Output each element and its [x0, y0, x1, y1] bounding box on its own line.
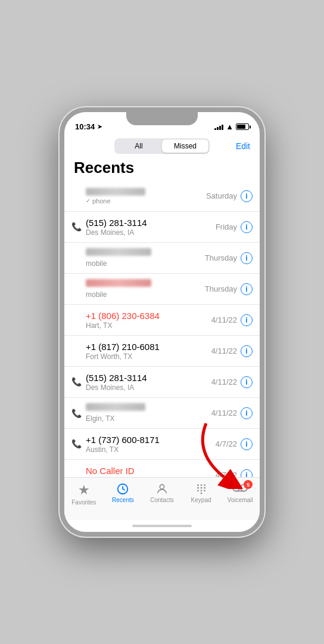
call-list: ✓ phone Saturday i 📞 (515) 281-3114 De	[64, 181, 260, 477]
keypad-icon	[195, 482, 208, 496]
call-name: (515) 281-3114	[86, 372, 147, 384]
table-row[interactable]: 📞 (515) 281-3114 Des Moines, IA Friday i	[64, 212, 260, 243]
call-sublabel: Hart, TX	[86, 321, 160, 330]
table-row[interactable]: +1 (806) 230-6384 Hart, TX 4/11/22 i	[64, 305, 260, 336]
svg-point-10	[204, 487, 205, 489]
status-time: 10:34	[75, 122, 95, 131]
svg-point-15	[233, 484, 239, 491]
call-date: Saturday	[206, 191, 237, 200]
info-button[interactable]: i	[241, 252, 253, 264]
battery-icon	[236, 123, 249, 130]
checkmark-icon: ✓	[86, 197, 91, 204]
call-name: +1 (737) 600-8171	[86, 434, 160, 446]
page-title: Recents	[74, 159, 250, 177]
call-sublabel: mobile	[86, 290, 107, 299]
table-row[interactable]: 📞 (515) 281-3114 Des Moines, IA 4/11/22 …	[64, 367, 260, 398]
phone-icon: 📞	[71, 408, 81, 418]
call-date: Thursday	[205, 253, 237, 262]
segment-control: All Missed	[114, 138, 210, 154]
call-sublabel: Elgin, TX	[86, 414, 114, 423]
call-sublabel: Des Moines, IA	[86, 383, 147, 392]
info-button[interactable]: i	[241, 314, 253, 326]
call-date: Thursday	[205, 284, 237, 293]
info-button[interactable]: i	[241, 376, 253, 388]
call-sublabel: Des Moines, IA	[86, 228, 147, 237]
screen: All Missed Edit Recents ✓ phone	[64, 134, 260, 520]
tab-keypad[interactable]: Keypad	[182, 482, 221, 503]
svg-point-8	[197, 487, 199, 489]
info-button[interactable]: i	[241, 469, 253, 478]
table-row[interactable]: 📞 +1 (737) 600-8171 Austin, TX 4/7/22 i	[64, 429, 260, 460]
home-indicator	[64, 520, 260, 532]
info-button[interactable]: i	[241, 283, 253, 295]
tab-label-contacts: Contacts	[150, 497, 173, 503]
call-name: +1 (806) 230-6384	[86, 310, 160, 322]
table-row[interactable]: mobile Thursday i	[64, 243, 260, 274]
tab-bar: ★ Favorites Recents Contacts	[64, 477, 260, 520]
call-date: Friday	[216, 222, 237, 231]
wifi-icon: ▲	[226, 122, 233, 131]
call-sublabel: Fort Worth, TX	[86, 352, 160, 361]
phone-frame: 10:34 ➤ ▲ All Missed Edit	[60, 107, 264, 537]
svg-point-11	[197, 490, 199, 491]
call-date: 4/11/22	[211, 346, 237, 355]
call-name: +1 (817) 210-6081	[86, 341, 160, 353]
call-date: 4/11/22	[211, 315, 237, 324]
call-sublabel: ✓ phone	[86, 197, 206, 205]
svg-point-14	[200, 493, 202, 494]
svg-point-9	[200, 487, 202, 489]
tab-voicemail[interactable]: 5 Voicemail	[220, 482, 260, 503]
table-row[interactable]: mobile Thursday i	[64, 274, 260, 305]
tab-label-recents: Recents	[112, 497, 134, 503]
tab-label-favorites: Favorites	[71, 499, 96, 506]
call-date: 4/11/22	[211, 377, 237, 386]
call-date: 4/11/22	[211, 408, 237, 417]
recents-header: Recents	[64, 156, 260, 181]
edit-button[interactable]: Edit	[236, 139, 250, 151]
info-button[interactable]: i	[241, 221, 253, 233]
star-icon: ★	[78, 482, 90, 498]
voicemail-wrapper: 5	[232, 482, 248, 496]
info-button[interactable]: i	[241, 438, 253, 450]
svg-line-3	[123, 489, 125, 490]
info-button[interactable]: i	[241, 345, 253, 357]
call-sublabel: Austin, TX	[86, 445, 160, 454]
segment-bar: All Missed Edit	[64, 134, 260, 156]
svg-point-5	[197, 484, 199, 486]
svg-point-7	[204, 484, 205, 486]
contacts-icon	[155, 482, 169, 496]
tab-favorites[interactable]: ★ Favorites	[64, 482, 104, 506]
status-icons: ▲	[214, 122, 249, 131]
phone-icon: 📞	[71, 439, 81, 448]
call-sublabel: mobile	[86, 259, 107, 268]
call-sublabel: unknown	[86, 476, 135, 477]
svg-point-12	[200, 490, 202, 491]
tab-label-voicemail: Voicemail	[228, 497, 253, 503]
phone-icon: 📞	[71, 222, 81, 231]
tab-all[interactable]: All	[116, 140, 162, 153]
svg-point-4	[160, 485, 164, 489]
tab-recents[interactable]: Recents	[104, 482, 143, 503]
recents-icon	[116, 482, 129, 496]
voicemail-badge: 5	[244, 480, 253, 489]
home-bar	[132, 525, 192, 527]
signal-icon	[214, 124, 223, 130]
info-button[interactable]: i	[241, 407, 253, 419]
location-arrow-icon: ➤	[97, 123, 102, 131]
phone-icon: 📞	[71, 377, 81, 386]
table-row[interactable]: ✓ phone Saturday i	[64, 181, 260, 212]
call-name: No Caller ID	[86, 465, 135, 477]
tab-label-keypad: Keypad	[191, 497, 211, 503]
table-row[interactable]: +1 (817) 210-6081 Fort Worth, TX 4/11/22…	[64, 336, 260, 367]
info-button[interactable]: i	[241, 190, 253, 202]
notch	[126, 112, 198, 125]
call-date: 4/7/22	[216, 439, 237, 448]
table-row[interactable]: 📞 Elgin, TX 4/11/22 i	[64, 398, 260, 429]
table-row[interactable]: No Caller ID unknown 4/7/22 i	[64, 460, 260, 477]
svg-point-6	[200, 484, 202, 486]
tab-contacts[interactable]: Contacts	[142, 482, 182, 503]
tab-missed[interactable]: Missed	[162, 140, 208, 153]
call-name: (515) 281-3114	[86, 217, 147, 229]
svg-point-13	[204, 490, 205, 491]
call-date: 4/7/22	[216, 470, 237, 477]
